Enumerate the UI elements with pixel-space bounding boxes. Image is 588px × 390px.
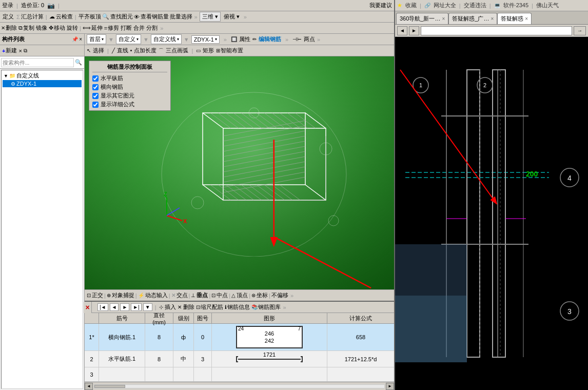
rebar-close-btn[interactable]: × bbox=[84, 302, 92, 313]
status-crosspoint[interactable]: 交点 bbox=[177, 291, 188, 299]
sidebar-close-icon[interactable]: × bbox=[79, 36, 82, 42]
status-coord[interactable]: 坐标 bbox=[257, 291, 268, 299]
nav-forward-btn[interactable]: ► bbox=[409, 26, 419, 35]
btn-smart[interactable]: ⊞智能布置 bbox=[216, 47, 243, 54]
tab-qa2[interactable]: 答疑解惑 × bbox=[497, 13, 532, 24]
status-midpoint[interactable]: 中点 bbox=[217, 291, 228, 299]
status-vertex[interactable]: 顶点 bbox=[237, 291, 248, 299]
svg-text:1: 1 bbox=[419, 82, 422, 88]
tool-cloud-check[interactable]: 云检查 bbox=[56, 13, 73, 21]
bookmark-traffic[interactable]: 交通违法 bbox=[464, 2, 486, 9]
scroll-left-btn[interactable]: ◄ bbox=[85, 383, 93, 390]
sidebar-new-btn[interactable]: + 新建 bbox=[2, 47, 17, 54]
bookmark-sep4: | bbox=[532, 3, 533, 9]
tool-copy[interactable]: ⧉复制 bbox=[18, 24, 34, 32]
tool-find[interactable]: 查找图元 bbox=[110, 13, 133, 21]
nav-go-btn[interactable]: → bbox=[574, 26, 586, 35]
bookmark-software[interactable]: 软件·2345 bbox=[503, 2, 529, 9]
tool-define[interactable]: 定义 bbox=[1, 12, 15, 21]
btn-select[interactable]: 选择 bbox=[93, 47, 104, 54]
scrollbar-track[interactable] bbox=[94, 384, 385, 388]
nav-prev-btn[interactable]: ◄ bbox=[110, 303, 119, 311]
tool-batch-select[interactable]: 批量选择 bbox=[170, 13, 192, 21]
table-row[interactable]: 2 水平纵筋.1 8 中 3 1721 bbox=[85, 351, 394, 367]
status-dynamic[interactable]: 动态输入 bbox=[145, 291, 168, 299]
btn-arc[interactable]: 三点画弧 bbox=[166, 47, 188, 54]
arc-icon: ⌒ bbox=[159, 47, 164, 54]
btn-twopoint[interactable]: 两点 bbox=[304, 35, 315, 43]
tool-rotate[interactable]: 旋转 bbox=[67, 24, 78, 32]
right-cad-drawing: 200 1 2 4 3 bbox=[395, 37, 588, 390]
nav-back-btn[interactable]: ◄ bbox=[397, 26, 407, 35]
code-select[interactable]: ZDYX-1 ▾ bbox=[191, 35, 220, 44]
type1-select[interactable]: 自定义 ▾ bbox=[116, 34, 141, 44]
svg-line-17 bbox=[223, 151, 305, 167]
ctrl-formula[interactable]: 显示详细公式 bbox=[92, 101, 167, 108]
tool-trim[interactable]: =修剪 bbox=[104, 24, 119, 32]
svg-line-7 bbox=[203, 113, 223, 128]
tool-view[interactable]: 俯视 ▾ bbox=[222, 12, 242, 21]
tool-split[interactable]: 分割 bbox=[146, 24, 158, 32]
rebar-delete-btn[interactable]: 删除 bbox=[183, 303, 194, 311]
btn-rect[interactable]: 矩形 bbox=[203, 47, 214, 54]
col-id bbox=[85, 313, 99, 323]
btn-point-len[interactable]: 点加长度 bbox=[134, 47, 156, 54]
bookmark-weather[interactable]: 佛山天气 bbox=[536, 2, 559, 9]
tab-qa1[interactable]: 答疑解惑_广… × bbox=[448, 13, 497, 24]
menu-item-suggest[interactable]: 我要建议 bbox=[369, 2, 392, 9]
nav-last-btn[interactable]: ►| bbox=[131, 303, 142, 311]
ctrl-horizontal[interactable]: 水平纵筋 bbox=[92, 74, 167, 82]
rebar-scale-btn[interactable]: ⊡缩尺配筋 bbox=[196, 303, 223, 311]
btn-line[interactable]: 直线 bbox=[117, 47, 128, 54]
menu-item-login[interactable]: 登录 bbox=[2, 2, 13, 9]
tab-qa2-close[interactable]: × bbox=[525, 16, 528, 22]
tool-break[interactable]: 打断 bbox=[121, 24, 132, 32]
status-perp[interactable]: 垂点 bbox=[197, 291, 208, 299]
svg-text:4: 4 bbox=[567, 174, 572, 182]
table-row[interactable]: 1* 横向钢筋.1 8 ф 0 24 7 bbox=[85, 324, 394, 351]
tool-level-view[interactable]: 平齐板顶 bbox=[79, 13, 101, 21]
tool-rebar-view[interactable]: 查看钢筋量 bbox=[141, 13, 169, 21]
tree-root[interactable]: ▼ 📁 自定义线 bbox=[3, 71, 82, 80]
address-bar-input[interactable] bbox=[421, 26, 572, 35]
table-row[interactable]: 3 bbox=[85, 367, 394, 382]
menu-item-cost[interactable]: 造价豆: 0 bbox=[21, 2, 44, 9]
tool-move[interactable]: ✥移动 bbox=[49, 24, 65, 32]
status-noskew[interactable]: 不偏移 bbox=[271, 291, 288, 299]
floor-select[interactable]: 首层 ▾ bbox=[87, 34, 106, 44]
nav-down-btn[interactable]: ▼ bbox=[143, 303, 152, 311]
tool-3d[interactable]: 三维 ▾ bbox=[200, 12, 221, 22]
ctrl-transverse[interactable]: 横向钢筋 bbox=[92, 83, 167, 91]
browser-content: 200 1 2 4 3 bbox=[395, 37, 588, 390]
sidebar-delete-btn[interactable]: × bbox=[18, 48, 22, 54]
nav-next-btn[interactable]: ► bbox=[120, 303, 129, 311]
tool-extend[interactable]: ⟺延伸 bbox=[83, 24, 103, 32]
scroll-right-btn[interactable]: ► bbox=[386, 383, 394, 390]
tree-item-zdyx1[interactable]: ⚙ ZDYX-1 bbox=[3, 80, 82, 87]
sidebar-copy-btn[interactable]: ⧉ bbox=[24, 48, 27, 54]
btn-edit-rebar[interactable]: 编辑钢筋 bbox=[259, 35, 281, 43]
rebar-lib-btn[interactable]: 📚钢筋图库 bbox=[251, 303, 281, 311]
tool-merge[interactable]: 合并 bbox=[133, 24, 145, 32]
status-snap[interactable]: 对象捕捉 bbox=[112, 291, 134, 299]
tab-qa1-close[interactable]: × bbox=[491, 16, 494, 22]
row3-formula bbox=[327, 367, 394, 381]
search-input[interactable] bbox=[1, 58, 74, 67]
tool-mirror[interactable]: 镜像 bbox=[36, 24, 47, 32]
ctrl-other[interactable]: 显示其它图元 bbox=[92, 92, 167, 100]
tree-collapse-icon: ▼ bbox=[4, 73, 8, 79]
tool-delete[interactable]: ✕删除 bbox=[1, 24, 17, 32]
tab-360[interactable]: 360导航_新一… × bbox=[396, 13, 448, 24]
nav-first-btn[interactable]: |◄ bbox=[97, 303, 108, 311]
bookmark-favorites[interactable]: 收藏 bbox=[405, 2, 417, 9]
rebar-info-btn[interactable]: ℹ钢筋信息 bbox=[225, 303, 250, 311]
tool-sum[interactable]: 汇总计算 bbox=[21, 13, 44, 21]
btn-props[interactable]: 属性 bbox=[239, 35, 250, 43]
type2-select[interactable]: 自定义线 ▾ bbox=[151, 34, 182, 44]
prop-icon: 🔲 bbox=[231, 36, 237, 42]
tab-360-close[interactable]: × bbox=[442, 16, 445, 22]
bookmark-web[interactable]: 网址大全 bbox=[434, 2, 456, 9]
search-btn-icon[interactable]: 🔍 bbox=[74, 59, 83, 66]
rebar-insert-btn[interactable]: 插入 bbox=[165, 303, 176, 311]
status-ortho[interactable]: 正交 bbox=[92, 291, 103, 299]
